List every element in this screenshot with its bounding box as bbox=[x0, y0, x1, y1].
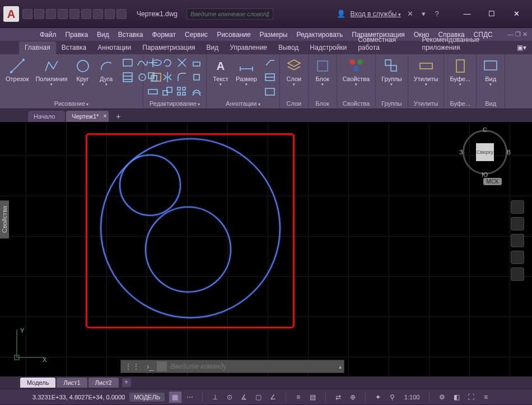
line-button[interactable]: Отрезок bbox=[3, 56, 31, 83]
menu-format[interactable]: Формат bbox=[148, 30, 180, 40]
text-button[interactable]: A Текст bbox=[210, 56, 231, 88]
new-tab-button[interactable]: + bbox=[113, 112, 123, 122]
doc-tab-start[interactable]: Начало bbox=[28, 111, 65, 122]
view-button[interactable]: Вид bbox=[480, 56, 501, 88]
annomonitor-icon[interactable]: ⊕ bbox=[347, 392, 359, 403]
leader-icon[interactable] bbox=[264, 56, 276, 69]
polyline-button[interactable]: Полилиния bbox=[33, 56, 69, 88]
customize-icon[interactable]: ≡ bbox=[479, 392, 492, 403]
search-input[interactable] bbox=[186, 8, 273, 20]
scale-icon[interactable] bbox=[161, 86, 174, 98]
menu-insert[interactable]: Вставка bbox=[114, 30, 147, 40]
model-space-badge[interactable]: МОДЕЛЬ bbox=[129, 393, 165, 402]
viewcube-west[interactable]: З bbox=[459, 149, 463, 156]
osnap-icon[interactable]: ▢ bbox=[253, 392, 265, 403]
cart-icon[interactable]: ▾ bbox=[419, 10, 428, 18]
viewcube-south[interactable]: Ю bbox=[482, 171, 488, 178]
command-drag-handle-icon[interactable]: ⋮⋮ bbox=[121, 362, 143, 371]
clipboard-button[interactable]: Буфе... bbox=[447, 56, 473, 88]
mirror-icon[interactable] bbox=[161, 71, 174, 83]
maximize-button[interactable]: ☐ bbox=[479, 6, 504, 22]
move-icon[interactable] bbox=[147, 56, 159, 69]
qat-new-icon[interactable] bbox=[22, 9, 32, 19]
block-button[interactable]: Блок bbox=[312, 56, 333, 88]
qat-plot-icon[interactable] bbox=[81, 9, 91, 19]
fillet-icon[interactable] bbox=[176, 71, 188, 83]
wcs-badge[interactable]: МСК bbox=[483, 178, 502, 185]
cycling-icon[interactable]: ⇄ bbox=[332, 392, 344, 403]
utilities-button[interactable]: Утилиты bbox=[412, 56, 441, 88]
command-chevron-icon[interactable]: ›_ bbox=[143, 362, 157, 371]
layout-tab-sheet1[interactable]: Лист1 bbox=[57, 378, 87, 388]
qat-open-icon[interactable] bbox=[34, 9, 44, 19]
ribbon-tab-annotate[interactable]: Аннотации bbox=[92, 41, 137, 54]
menu-file[interactable]: Файл bbox=[36, 30, 60, 40]
user-icon[interactable]: 👤 bbox=[337, 10, 346, 18]
lineweight-icon[interactable]: ≡ bbox=[292, 392, 305, 403]
coordinates-readout[interactable]: 3.3231E+33, 4.8027E+34, 0.0000 bbox=[4, 394, 125, 401]
array-icon[interactable] bbox=[176, 86, 188, 98]
viewcube[interactable]: Сверху С Ю В З bbox=[460, 128, 510, 177]
command-input[interactable] bbox=[170, 362, 336, 370]
qat-web-icon[interactable] bbox=[69, 9, 80, 19]
copy-icon[interactable] bbox=[147, 71, 159, 83]
menu-view[interactable]: Вид bbox=[93, 30, 113, 40]
table-icon[interactable] bbox=[264, 71, 276, 83]
help-icon[interactable]: ? bbox=[432, 10, 441, 18]
exchange-icon[interactable]: ✕ bbox=[405, 10, 414, 18]
showmotion-icon[interactable] bbox=[511, 267, 524, 281]
arc-button[interactable]: Дуга bbox=[96, 56, 117, 88]
viewcube-east[interactable]: В bbox=[507, 149, 511, 156]
clean-screen-icon[interactable]: ⛶ bbox=[465, 392, 477, 403]
annoscale-star-icon[interactable]: ✦ bbox=[372, 392, 384, 403]
ribbon-tab-parametric[interactable]: Параметризация bbox=[137, 41, 200, 54]
ribbon-tab-addins[interactable]: Надстройки bbox=[304, 41, 352, 54]
groups-button[interactable]: Группы bbox=[379, 56, 404, 88]
minimize-button[interactable]: — bbox=[455, 6, 479, 22]
qat-saveas-icon[interactable] bbox=[58, 9, 68, 19]
menu-dimension[interactable]: Размеры bbox=[256, 30, 292, 40]
command-expand-icon[interactable]: ▴ bbox=[336, 364, 344, 370]
erase-icon[interactable] bbox=[190, 56, 203, 69]
drawing-area[interactable]: Свойства Y X Сверху С Ю В З МСК bbox=[0, 122, 532, 376]
qat-dropdown-icon[interactable] bbox=[116, 9, 127, 19]
viewcube-north[interactable]: С bbox=[483, 126, 487, 133]
ribbon-tab-home[interactable]: Главная bbox=[19, 41, 56, 54]
add-layout-button[interactable]: + bbox=[122, 378, 131, 387]
command-history-icon[interactable] bbox=[157, 361, 167, 371]
qat-redo-icon[interactable] bbox=[105, 9, 115, 19]
mtext-icon[interactable] bbox=[264, 86, 276, 98]
hardware-accel-icon[interactable]: ◧ bbox=[450, 392, 463, 403]
ribbon-tab-insert[interactable]: Вставка bbox=[56, 41, 92, 54]
command-line[interactable]: ⋮⋮ ›_ ▴ bbox=[120, 360, 344, 373]
annotation-scale[interactable]: 1:100 bbox=[401, 392, 423, 403]
panel-modify-label[interactable]: Редактирование bbox=[147, 99, 203, 109]
ribbon-tab-view[interactable]: Вид bbox=[201, 41, 225, 54]
close-button[interactable]: ✕ bbox=[504, 6, 529, 22]
orbit-icon[interactable] bbox=[511, 251, 524, 264]
menu-modify[interactable]: Редактировать bbox=[292, 30, 347, 40]
stretch-icon[interactable] bbox=[147, 86, 159, 98]
ribbon-tab-extra-icon[interactable]: ▣▾ bbox=[511, 41, 532, 54]
panel-draw-label[interactable]: Рисование bbox=[3, 99, 139, 109]
rotate-icon[interactable] bbox=[161, 56, 174, 69]
qat-save-icon[interactable] bbox=[46, 9, 56, 19]
close-tab-icon[interactable]: × bbox=[103, 113, 106, 119]
ribbon-tab-collab[interactable]: Совместная работа bbox=[352, 34, 416, 54]
doc-restore-icon[interactable]: ❐ bbox=[515, 31, 521, 38]
otrack-icon[interactable]: ∠ bbox=[267, 392, 279, 403]
snap-toggle-icon[interactable]: ⋯ bbox=[184, 392, 196, 403]
doc-tab-current[interactable]: Чертеж1*× bbox=[66, 111, 109, 122]
wheel-icon[interactable] bbox=[511, 200, 524, 214]
rect-icon[interactable] bbox=[122, 56, 134, 69]
offset-icon[interactable] bbox=[190, 86, 203, 98]
ribbon-tab-output[interactable]: Вывод bbox=[273, 41, 304, 54]
menu-draw[interactable]: Рисование bbox=[213, 30, 254, 40]
layout-tab-sheet2[interactable]: Лист2 bbox=[88, 378, 119, 388]
sign-in-link[interactable]: Вход в службы bbox=[350, 10, 401, 18]
layers-button[interactable]: Слои bbox=[283, 56, 305, 88]
ribbon-tab-featured[interactable]: Рекомендованные приложения bbox=[416, 34, 511, 54]
dimension-button[interactable]: Размер bbox=[234, 56, 259, 88]
ucs-icon[interactable]: Y X bbox=[10, 325, 49, 364]
doc-close-icon[interactable]: ✕ bbox=[522, 31, 528, 38]
